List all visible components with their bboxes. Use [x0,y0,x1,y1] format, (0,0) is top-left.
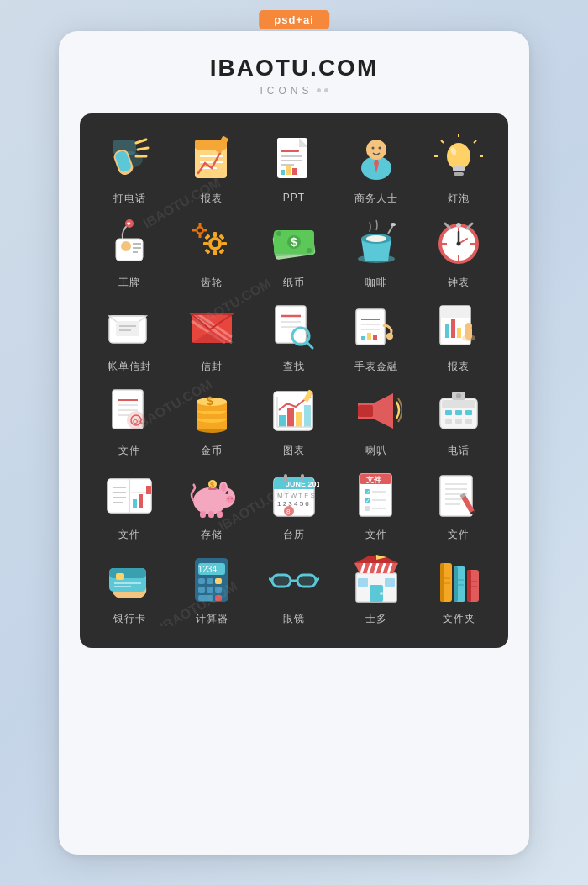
icon-item-document-stamp: OK 文件 [92,381,167,458]
svg-rect-109 [367,333,371,340]
svg-text:$: $ [210,481,214,489]
icon-item-chart: 图表 [256,381,332,458]
svg-text:$: $ [207,394,213,408]
svg-rect-213 [109,568,146,578]
icon-item-clock: 钟表 [421,213,496,290]
svg-rect-139 [287,408,294,427]
svg-text:✓: ✓ [365,498,370,503]
svg-point-102 [296,331,306,341]
svg-rect-141 [304,405,311,427]
svg-rect-140 [296,412,302,427]
svg-line-4 [136,140,146,143]
icon-grid-wrapper: IBAOTU.COM IBAOTU.COM IBAOTU.COM IBAOTU.… [80,113,508,648]
svg-text:♥: ♥ [127,220,131,228]
icon-item-badge: ♥ 工牌 [92,213,167,290]
svg-rect-16 [277,138,299,146]
svg-rect-214 [116,573,124,580]
svg-rect-245 [358,578,368,587]
svg-text:文件: 文件 [366,476,382,484]
icon-row-2: ♥ 工牌 [88,213,500,290]
svg-line-103 [307,342,312,348]
svg-point-28 [372,146,375,149]
icon-row-6: 银行卡 1234 [88,549,500,626]
icon-item-piggy-bank: $ 存储 [174,465,249,542]
icon-item-document-book: 文件 [92,465,167,542]
card-header: IBAOTU.COM ICONS [210,31,378,105]
svg-point-171 [231,497,233,498]
svg-text:✓: ✓ [365,489,370,495]
svg-rect-179 [208,511,214,518]
svg-point-73 [391,223,396,226]
icon-item-gear: 齿轮 [174,213,249,290]
icon-label-document-pen: 文件 [448,528,470,542]
svg-line-5 [138,148,148,150]
icon-item-glasses: 眼镜 [256,549,332,626]
icon-label-store: 士多 [365,612,387,626]
icon-label-checklist: 文件 [365,528,387,542]
svg-rect-146 [358,405,373,417]
svg-point-169 [226,496,234,503]
svg-point-68 [307,248,312,253]
icon-label-chart-report: 报表 [201,192,223,206]
icon-label-businessman: 商务人士 [354,192,398,206]
svg-point-83 [456,223,461,228]
icon-item-phone: 打电话 [92,129,167,206]
icon-item-envelope: 信封 [174,297,249,374]
svg-rect-202 [440,476,472,516]
svg-rect-149 [455,410,462,415]
svg-rect-60 [192,229,196,231]
icon-label-bank-card: 银行卡 [113,612,146,626]
svg-rect-254 [467,570,471,602]
svg-rect-222 [215,578,222,584]
svg-rect-17 [299,146,307,147]
svg-rect-164 [139,494,143,508]
svg-rect-220 [198,578,205,584]
svg-point-35 [447,143,470,170]
svg-rect-152 [455,419,462,424]
icon-label-calendar: 台历 [283,528,305,542]
svg-point-156 [456,393,461,398]
svg-rect-54 [204,248,210,254]
svg-point-57 [198,228,202,232]
icon-label-folder: 文件夹 [443,612,475,626]
svg-rect-151 [445,419,452,424]
icon-item-bill-envelope: 帐单信封 [92,297,167,374]
svg-rect-110 [373,335,377,340]
svg-line-72 [388,225,393,234]
svg-line-84 [445,224,450,229]
svg-line-33 [441,140,444,143]
icon-item-search-doc: 查找 [256,297,332,374]
card-subtitle: ICONS [210,85,378,97]
card: IBAOTU.COM ICONS IBAOTU.COM IBAOTU.COM I… [59,31,529,855]
icon-label-ppt: PPT [283,192,305,203]
icon-label-coins: 金币 [201,444,223,458]
svg-rect-55 [218,248,224,254]
svg-point-29 [379,146,381,149]
top-badge: psd+ai [259,10,329,29]
svg-point-40 [121,241,131,251]
icon-item-bulb: 灯泡 [421,129,496,206]
svg-text:$: $ [291,235,297,249]
icon-item-chart-report: 报表 [174,129,249,206]
icon-item-calendar: JUNE 2017 M T W T F S 1 2 3 4 5 6 8 [256,465,332,542]
svg-rect-108 [361,336,365,340]
svg-rect-24 [292,168,297,175]
icon-label-badge: 工牌 [118,276,140,290]
icon-item-coins: $ 金币 [174,381,249,458]
svg-rect-250 [440,563,444,602]
svg-rect-153 [465,419,472,424]
icon-label-phone: 打电话 [113,192,146,206]
svg-point-71 [366,235,386,242]
svg-rect-36 [453,166,465,171]
svg-rect-18 [281,150,299,152]
icon-item-report-touch: 报表 [421,297,496,374]
icon-label-bill-envelope: 帐单信封 [108,360,151,374]
icon-item-ppt: PPT [256,129,332,206]
icon-item-checklist: 文件 ✓ ✓ 文件 [339,465,414,542]
svg-rect-225 [215,587,222,593]
svg-point-67 [276,231,281,236]
svg-text:M T W T F S: M T W T F S [277,492,315,499]
svg-rect-58 [199,223,202,226]
svg-rect-49 [213,250,217,255]
svg-text:1  2  3  4  5  6: 1 2 3 4 5 6 [277,500,309,508]
